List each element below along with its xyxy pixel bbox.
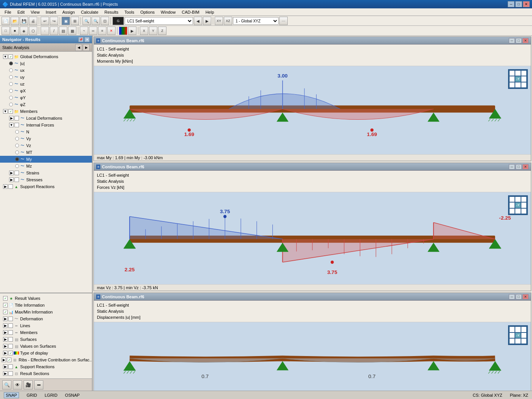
expand-surfaces[interactable]: ▶	[3, 337, 8, 342]
radio-Vy[interactable]	[15, 137, 19, 141]
node-btn[interactable]: ·	[41, 27, 49, 35]
zoom-all[interactable]: ⊡	[101, 17, 109, 25]
panel1-close[interactable]: ✕	[522, 38, 529, 43]
new-button[interactable]: 📄	[2, 17, 10, 25]
tree-Vz[interactable]: 〜 Vz	[0, 142, 92, 149]
expand-ribs[interactable]: ▶	[2, 358, 6, 362]
filter-button[interactable]: ⊞	[71, 17, 79, 25]
save-button[interactable]: 💾	[20, 17, 28, 25]
prev-lc[interactable]: ◀	[194, 17, 202, 25]
tree-internal-forces[interactable]: ▼ 〜 Internal Forces	[0, 122, 92, 128]
restore-button[interactable]: □	[515, 1, 522, 7]
tree-surfaces[interactable]: ▶ ▤ Surfaces	[0, 336, 92, 343]
nav-next[interactable]: ▶	[83, 44, 90, 51]
tree-global-deformations[interactable]: ▼ ✓ 📁 Global Deformations	[0, 53, 92, 60]
panel3-close[interactable]: ✕	[522, 294, 529, 299]
cb-strains[interactable]	[14, 171, 19, 175]
tree-maxmin-information[interactable]: ✓ 📊 Max/Min Information	[0, 309, 92, 315]
render-btn1[interactable]: □	[2, 27, 10, 35]
menu-help[interactable]: Help	[203, 9, 217, 15]
cb-lines[interactable]	[8, 323, 13, 328]
panel2-restore[interactable]: □	[516, 164, 522, 169]
panel2-close[interactable]: ✕	[522, 164, 529, 169]
color-btn[interactable]	[119, 27, 127, 35]
tree-phi-x[interactable]: 〜 φX	[0, 87, 92, 94]
tree-Mz[interactable]: 〜 Mz	[0, 163, 92, 169]
zoom-in[interactable]: 🔍	[82, 17, 91, 25]
cb-title-info[interactable]: ✓	[3, 303, 8, 307]
cb-internal-forces[interactable]	[14, 123, 19, 127]
expand-global-deform[interactable]: ▼	[3, 54, 8, 59]
expand-lines[interactable]: ▶	[3, 323, 8, 328]
view-eye-icon[interactable]: 👁	[13, 380, 22, 390]
view-camera-icon[interactable]: 🎥	[24, 380, 33, 390]
rotate-z[interactable]: Z	[158, 27, 166, 35]
menu-tools[interactable]: Tools	[121, 9, 137, 15]
expand-support-react[interactable]: ▶	[3, 184, 8, 189]
tree-MT[interactable]: 〜 MT	[0, 149, 92, 156]
menu-assign[interactable]: Assign	[59, 9, 78, 15]
status-grid[interactable]: GRID	[27, 393, 37, 397]
tree-deformation[interactable]: ▶ 〜 Deformation	[0, 315, 92, 322]
cb-type-display[interactable]: ✓	[8, 351, 13, 355]
status-snap[interactable]: SNAP	[4, 392, 19, 398]
cb-global-deform[interactable]: ✓	[8, 54, 13, 59]
zoom-out[interactable]: 🔍	[92, 17, 100, 25]
tree-strains[interactable]: ▶ 〜 Strains	[0, 169, 92, 176]
select-button[interactable]: ▣	[62, 17, 70, 25]
cb-local-deform[interactable]	[14, 116, 19, 120]
expand-stresses[interactable]: ▶	[9, 177, 14, 182]
radio-ux[interactable]	[9, 68, 13, 72]
tree-title-information[interactable]: ✓ 📄 Title Information	[0, 302, 92, 309]
animate-btn[interactable]: ▶	[128, 27, 136, 35]
rotate-y[interactable]: Y	[149, 27, 157, 35]
expand-deformation[interactable]: ▶	[3, 317, 8, 321]
render-btn2[interactable]: ■	[11, 27, 19, 35]
radio-MT[interactable]	[15, 150, 19, 154]
result-btn3[interactable]: ✕	[107, 27, 116, 35]
tree-phi-y[interactable]: 〜 φY	[0, 94, 92, 101]
expand-result-sections[interactable]: ▶	[3, 371, 8, 376]
nav-pin[interactable]: 📌	[78, 37, 84, 42]
redo-button[interactable]: ↪	[50, 17, 58, 25]
expand-values-surfaces[interactable]: ▶	[3, 344, 8, 348]
menu-results[interactable]: Results	[101, 9, 122, 15]
panel3-view-icon[interactable]: -Y	[508, 325, 528, 345]
cb-members-bottom[interactable]	[8, 330, 13, 335]
tree-phi-z[interactable]: 〜 φZ	[0, 101, 92, 108]
radio-N[interactable]	[15, 130, 19, 134]
cb-values-surfaces[interactable]	[8, 344, 13, 348]
tree-lines[interactable]: ▶ ━ Lines	[0, 322, 92, 329]
panel3-restore[interactable]: □	[516, 294, 522, 299]
cb-support-react[interactable]	[8, 184, 13, 189]
panel1-view-icon[interactable]: -Y	[508, 69, 528, 89]
tree-members[interactable]: ▼ ✓ 📁 Members	[0, 108, 92, 115]
tree-values-on-surfaces[interactable]: ▶ ▤ Values on Surfaces	[0, 343, 92, 350]
solid-btn[interactable]: ▦	[68, 27, 76, 35]
cb-deformation[interactable]	[8, 317, 13, 321]
minimize-button[interactable]: ─	[508, 1, 515, 7]
tree-My[interactable]: 〜 My	[0, 156, 92, 163]
nav-prev[interactable]: ◀	[75, 44, 82, 51]
tree-N[interactable]: 〜 N	[0, 128, 92, 135]
expand-local-deform[interactable]: ▶	[9, 116, 14, 120]
expand-type-display[interactable]: ▶	[3, 351, 8, 355]
rotate-x[interactable]: X	[140, 27, 148, 35]
expand-members[interactable]: ▼	[3, 109, 8, 114]
tree-support-reactions[interactable]: ▶ ▲ Support Reactions	[0, 183, 92, 190]
menu-window[interactable]: Window	[158, 9, 179, 15]
render-btn4[interactable]: ⬡	[29, 27, 37, 35]
radio-phi-x[interactable]	[9, 89, 13, 93]
tree-result-sections[interactable]: ▶ ⊟ Result Sections	[0, 370, 92, 377]
result-btn2[interactable]: ≡	[98, 27, 106, 35]
radio-uy[interactable]	[9, 75, 13, 79]
nav-close[interactable]: ✕	[84, 37, 90, 42]
coord-system-select[interactable]: 1 - Global XYZ	[233, 17, 279, 25]
menu-calculate[interactable]: Calculate	[78, 9, 101, 15]
expand-internal-forces[interactable]: ▼	[9, 123, 14, 127]
status-lgrid[interactable]: LGRID	[44, 393, 57, 397]
menu-options[interactable]: Options	[137, 9, 158, 15]
tree-u-abs[interactable]: 〜 |u|	[0, 60, 92, 67]
panel1-restore[interactable]: □	[516, 38, 522, 43]
cb-ribs[interactable]: ✓	[7, 358, 11, 362]
